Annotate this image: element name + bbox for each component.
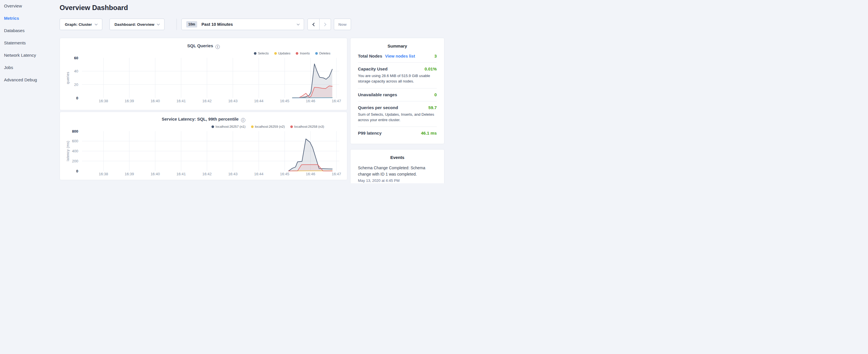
summary-label: Unavailable ranges	[358, 92, 397, 97]
time-range-label: Past 10 Minutes	[202, 22, 233, 27]
summary-row-capacity-used: Capacity Used 0.01% You are using 28.6 M…	[358, 63, 437, 89]
y-tick-label: 0	[76, 169, 78, 173]
summary-title: Summary	[358, 38, 437, 50]
summary-row-p99-latency: P99 latency 46.1 ms	[358, 127, 437, 139]
x-tick-label: 16:41	[177, 99, 186, 103]
service-latency-chart-card: Service Latency: SQL, 99th percentilei l…	[60, 112, 347, 180]
sidebar-item-databases[interactable]: Databases	[4, 28, 57, 33]
x-tick-label: 16:43	[228, 172, 238, 176]
x-tick-label: 16:38	[99, 99, 108, 103]
summary-label: Capacity Used	[358, 66, 388, 71]
summary-label: Queries per second	[358, 105, 398, 110]
graph-scope-dropdown[interactable]: Graph: Cluster	[60, 19, 102, 30]
summary-label: P99 latency	[358, 131, 382, 135]
y-tick-label: 200	[72, 159, 78, 163]
x-tick-label: 16:38	[99, 172, 108, 176]
y-tick-label: 800	[72, 129, 78, 133]
y-tick-label: 60	[74, 56, 78, 60]
chevron-down-icon	[95, 22, 97, 25]
y-tick-label: 0	[76, 96, 78, 100]
x-tick-label: 16:41	[177, 172, 186, 176]
graph-scope-label: Graph: Cluster	[65, 22, 92, 27]
sidebar-item-jobs[interactable]: Jobs	[4, 65, 57, 70]
sidebar-item-statements[interactable]: Statements	[4, 40, 57, 45]
sidebar-item-advanced-debug[interactable]: Advanced Debug	[4, 77, 57, 82]
x-tick-label: 16:45	[280, 172, 289, 176]
event-item-text: Schema Change Completed: Schema change w…	[358, 165, 437, 177]
overview-dashboard-page: { "sidebar": { "items": [ { "label": "Ov…	[0, 0, 449, 183]
y-tick-label: 40	[74, 69, 78, 73]
y-tick-label: 20	[74, 83, 78, 87]
now-button[interactable]: Now	[334, 19, 351, 30]
x-tick-label: 16:46	[306, 172, 315, 176]
time-step-back-button[interactable]	[308, 19, 319, 30]
time-step-forward-button[interactable]	[319, 19, 331, 30]
x-tick-label: 16:39	[125, 99, 134, 103]
x-tick-label: 16:40	[150, 172, 160, 176]
y-tick-label: 400	[72, 149, 78, 153]
sql-queries-chart: 16:3816:3916:4016:4116:4216:4316:4416:45…	[60, 38, 348, 110]
summary-description: Sum of Selects, Updates, Inserts, and De…	[358, 112, 437, 123]
chevron-left-icon	[312, 23, 316, 26]
service-latency-chart: 16:3816:3916:4016:4116:4216:4316:4416:45…	[60, 112, 348, 181]
x-tick-label: 16:44	[254, 99, 264, 103]
x-tick-label: 16:42	[202, 99, 212, 103]
page-title: Overview Dashboard	[60, 4, 128, 12]
sidebar-item-metrics[interactable]: Metrics	[4, 16, 57, 21]
x-tick-label: 16:42	[202, 172, 212, 176]
chevron-right-icon	[323, 23, 327, 26]
x-tick-label: 16:45	[280, 99, 289, 103]
x-tick-label: 16:39	[125, 172, 134, 176]
sql-queries-chart-card: SQL Queriesi SelectsUpdatesInsertsDelete…	[60, 38, 347, 110]
time-step-buttons	[308, 19, 331, 30]
x-tick-label: 16:43	[228, 99, 238, 103]
summary-description: You are using 28.6 MiB of 515.9 GiB usab…	[358, 73, 437, 84]
chevron-down-icon	[157, 22, 160, 25]
summary-value: 3	[434, 54, 437, 58]
x-tick-label: 16:40	[150, 99, 160, 103]
dashboard-dropdown[interactable]: Dashboard: Overview	[110, 19, 164, 30]
summary-value: 0.01%	[425, 66, 437, 71]
toolbar: Graph: Cluster Dashboard: Overview 10m P…	[60, 19, 351, 30]
sidebar-item-overview[interactable]: Overview	[4, 3, 57, 8]
x-tick-label: 16:47	[332, 172, 341, 176]
events-title: Events	[358, 150, 437, 161]
summary-row-unavailable-ranges: Unavailable ranges 0	[358, 89, 437, 101]
summary-value: 46.1 ms	[421, 131, 437, 135]
sidebar: Overview Metrics Databases Statements Ne…	[0, 0, 57, 183]
summary-row-queries-per-second: Queries per second 59.7 Sum of Selects, …	[358, 101, 437, 127]
summary-value: 0	[434, 92, 437, 97]
y-tick-label: 600	[72, 139, 78, 143]
summary-panel: Summary Total Nodes View nodes list 3 Ca…	[350, 38, 444, 144]
x-tick-label: 16:47	[332, 99, 341, 103]
summary-label: Total Nodes	[358, 54, 382, 58]
x-tick-label: 16:46	[306, 99, 315, 103]
series-line	[292, 98, 332, 98]
event-item-timestamp: May 13, 2020 at 4:45 PM	[358, 179, 437, 183]
sidebar-item-network-latency[interactable]: Network Latency	[4, 53, 57, 58]
summary-value: 59.7	[428, 105, 437, 110]
time-range-badge: 10m	[186, 21, 197, 28]
summary-row-total-nodes: Total Nodes View nodes list 3	[358, 50, 437, 63]
view-nodes-list-link[interactable]: View nodes list	[385, 54, 415, 58]
toolbar-divider	[177, 19, 177, 30]
x-tick-label: 16:44	[254, 172, 264, 176]
events-panel: Events Schema Change Completed: Schema c…	[350, 149, 444, 183]
time-range-picker[interactable]: 10m Past 10 Minutes	[181, 19, 304, 30]
chevron-down-icon	[297, 22, 300, 25]
dashboard-label: Dashboard: Overview	[115, 22, 154, 27]
